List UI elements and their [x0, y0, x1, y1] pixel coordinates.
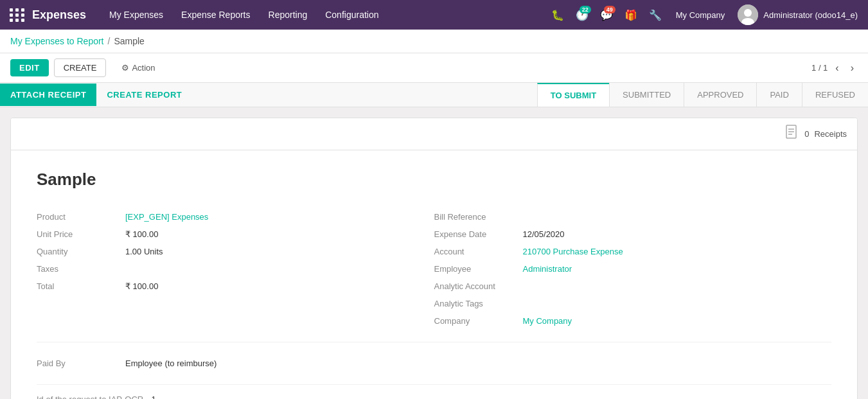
bug-icon[interactable]: 🐛: [547, 4, 568, 25]
status-bar: ATTACH RECEIPT CREATE REPORT TO SUBMIT S…: [0, 83, 868, 107]
total-label: Total: [37, 281, 120, 291]
product-label: Product: [37, 212, 120, 222]
paid-by-section: Paid By Employee (to reimburse): [37, 355, 831, 371]
product-field: Product [EXP_GEN] Expenses: [37, 209, 434, 225]
account-value[interactable]: 210700 Purchase Expense: [523, 247, 623, 256]
company-selector[interactable]: My Company: [669, 10, 732, 20]
pagination-prev[interactable]: ‹: [831, 61, 842, 75]
top-navigation: Expenses My Expenses Expense Reports Rep…: [0, 0, 868, 30]
record-title: Sample: [37, 170, 831, 190]
iap-label: Id of the request to IAP-OCR: [37, 395, 143, 399]
action-label: Action: [132, 63, 155, 73]
svg-point-1: [744, 9, 752, 17]
fields-left: Product [EXP_GEN] Expenses Unit Price ₹ …: [37, 209, 434, 329]
breadcrumb: My Expenses to Report / Sample: [0, 30, 868, 53]
employee-value[interactable]: Administrator: [523, 264, 572, 274]
company-field-label: Company: [434, 316, 518, 326]
gear-icon: ⚙: [121, 63, 129, 73]
company-value[interactable]: My Company: [523, 316, 572, 326]
user-menu[interactable]: Administrator (odoo14_e): [735, 4, 860, 25]
chat-badge: 49: [604, 6, 616, 13]
taxes-field: Taxes: [37, 261, 434, 277]
fields-grid: Product [EXP_GEN] Expenses Unit Price ₹ …: [37, 209, 831, 329]
username-label: Administrator (odoo14_e): [763, 10, 858, 20]
product-value[interactable]: [EXP_GEN] Expenses: [125, 212, 208, 222]
quantity-field: Quantity 1.00 Units: [37, 244, 434, 260]
breadcrumb-current: Sample: [114, 36, 144, 46]
account-field: Account 210700 Purchase Expense: [434, 244, 832, 260]
expense-date-value: 12/05/2020: [523, 229, 565, 239]
avatar: [738, 4, 758, 25]
stage-refused[interactable]: REFUSED: [802, 83, 868, 107]
receipts-icon: [785, 125, 799, 143]
stage-approved[interactable]: APPROVED: [684, 83, 756, 107]
menu-reporting[interactable]: Reporting: [261, 6, 315, 24]
expense-date-label: Expense Date: [434, 229, 518, 239]
iap-value: -1: [148, 395, 156, 399]
unit-price-field: Unit Price ₹ 100.00: [37, 226, 434, 242]
paid-by-field: Paid By Employee (to reimburse): [37, 355, 831, 371]
wrench-icon[interactable]: 🔧: [645, 4, 666, 25]
menu-expense-reports[interactable]: Expense Reports: [173, 6, 258, 24]
menu-configuration[interactable]: Configuration: [317, 6, 386, 24]
pagination-info: 1 / 1: [811, 63, 828, 73]
top-menu: My Expenses Expense Reports Reporting Co…: [102, 6, 547, 24]
receipts-info: 0 Receipts: [785, 125, 847, 143]
topnav-icons: 🐛 🕐 22 💬 49 🎁 🔧 My Company Administrator…: [547, 4, 860, 25]
iap-field: Id of the request to IAP-OCR -1: [37, 391, 831, 399]
unit-price-value: ₹ 100.00: [125, 229, 158, 239]
employee-field: Employee Administrator: [434, 261, 832, 277]
section-divider-1: [37, 342, 831, 342]
breadcrumb-separator: /: [108, 36, 111, 46]
expense-date-field: Expense Date 12/05/2020: [434, 226, 832, 242]
card-header: 0 Receipts: [11, 118, 857, 150]
clock-badge: 22: [580, 6, 591, 13]
gift-icon[interactable]: 🎁: [621, 4, 641, 25]
pagination: 1 / 1 ‹ ›: [811, 61, 858, 75]
receipts-label: Receipts: [814, 129, 847, 139]
edit-button[interactable]: EDIT: [10, 59, 49, 76]
receipts-count: 0: [804, 129, 809, 139]
fields-right: Bill Reference Expense Date 12/05/2020 A…: [434, 209, 832, 329]
stage-submitted[interactable]: SUBMITTED: [609, 83, 684, 107]
chat-icon[interactable]: 💬 49: [596, 4, 617, 25]
bill-reference-field: Bill Reference: [434, 209, 832, 225]
stage-to-submit[interactable]: TO SUBMIT: [537, 83, 609, 107]
stage-paid[interactable]: PAID: [756, 83, 801, 107]
iap-section: Id of the request to IAP-OCR -1: [37, 391, 831, 399]
card-body: Sample Product [EXP_GEN] Expenses Unit P…: [11, 150, 857, 399]
total-field: Total ₹ 100.00: [37, 278, 434, 294]
content-area: 0 Receipts Sample Product [EXP_GEN] Expe…: [0, 107, 868, 399]
taxes-label: Taxes: [37, 264, 120, 274]
quantity-label: Quantity: [37, 247, 120, 256]
app-title: Expenses: [32, 8, 86, 22]
action-menu[interactable]: ⚙ Action: [121, 63, 155, 73]
workflow-stages: TO SUBMIT SUBMITTED APPROVED PAID REFUSE…: [537, 83, 868, 107]
analytic-tags-field: Analytic Tags: [434, 296, 832, 312]
action-bar: EDIT CREATE ⚙ Action 1 / 1 ‹ ›: [0, 53, 868, 83]
paid-by-value: Employee (to reimburse): [125, 359, 217, 368]
record-card: 0 Receipts Sample Product [EXP_GEN] Expe…: [10, 118, 858, 399]
bill-reference-label: Bill Reference: [434, 212, 518, 222]
company-field: Company My Company: [434, 313, 832, 329]
menu-my-expenses[interactable]: My Expenses: [102, 6, 171, 24]
create-button[interactable]: CREATE: [54, 58, 107, 77]
attach-receipt-button[interactable]: ATTACH RECEIPT: [0, 84, 96, 106]
employee-label: Employee: [434, 264, 518, 274]
unit-price-label: Unit Price: [37, 229, 120, 239]
analytic-account-label: Analytic Account: [434, 281, 518, 291]
create-report-button[interactable]: CREATE REPORT: [96, 84, 192, 106]
app-grid-icon[interactable]: [8, 5, 27, 24]
paid-by-label: Paid By: [37, 359, 120, 368]
pagination-next[interactable]: ›: [847, 61, 858, 75]
analytic-account-field: Analytic Account: [434, 278, 832, 294]
analytic-tags-label: Analytic Tags: [434, 299, 518, 308]
breadcrumb-parent[interactable]: My Expenses to Report: [10, 36, 104, 46]
section-divider-2: [37, 384, 831, 385]
quantity-value: 1.00 Units: [125, 247, 163, 256]
total-value: ₹ 100.00: [125, 281, 158, 291]
clock-icon[interactable]: 🕐 22: [572, 4, 592, 25]
account-label: Account: [434, 247, 518, 256]
